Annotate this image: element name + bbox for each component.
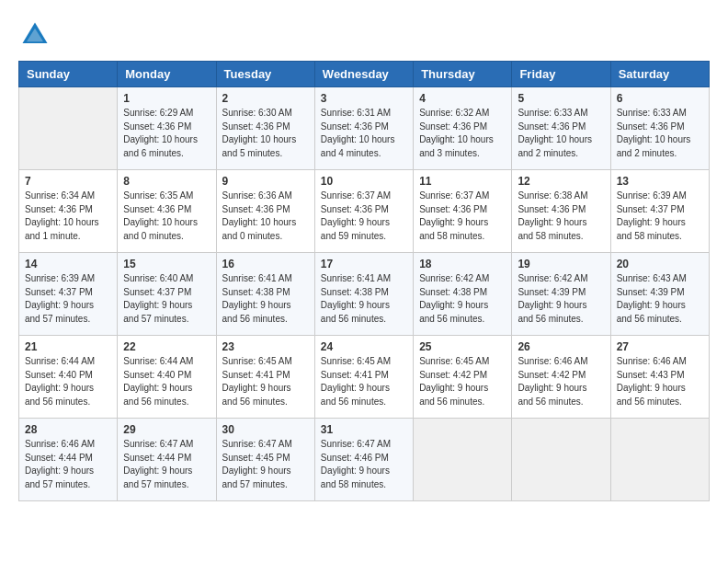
day-detail: Sunrise: 6:40 AM Sunset: 4:37 PM Dayligh… <box>123 272 210 326</box>
header-friday: Friday <box>512 62 610 87</box>
day-detail: Sunrise: 6:42 AM Sunset: 4:39 PM Dayligh… <box>518 272 604 326</box>
calendar-cell: 26Sunrise: 6:46 AM Sunset: 4:42 PM Dayli… <box>512 336 610 419</box>
day-number: 4 <box>419 92 506 105</box>
header-saturday: Saturday <box>610 62 709 87</box>
day-number: 31 <box>321 423 407 436</box>
day-number: 20 <box>617 258 703 270</box>
day-number: 5 <box>518 92 604 105</box>
day-detail: Sunrise: 6:47 AM Sunset: 4:45 PM Dayligh… <box>222 438 309 491</box>
day-number: 24 <box>321 340 407 353</box>
calendar-cell: 10Sunrise: 6:37 AM Sunset: 4:36 PM Dayli… <box>314 170 413 253</box>
calendar-cell: 5Sunrise: 6:33 AM Sunset: 4:36 PM Daylig… <box>512 87 610 170</box>
day-detail: Sunrise: 6:47 AM Sunset: 4:46 PM Dayligh… <box>321 438 407 491</box>
calendar-cell: 18Sunrise: 6:42 AM Sunset: 4:38 PM Dayli… <box>414 253 512 336</box>
day-number: 25 <box>419 340 506 353</box>
calendar-cell <box>512 419 610 501</box>
day-number: 7 <box>25 175 111 188</box>
day-number: 16 <box>222 258 309 270</box>
day-number: 14 <box>25 258 111 270</box>
day-number: 30 <box>222 423 309 436</box>
day-number: 17 <box>321 258 407 270</box>
header-wednesday: Wednesday <box>314 62 413 87</box>
day-detail: Sunrise: 6:45 AM Sunset: 4:41 PM Dayligh… <box>321 355 407 408</box>
calendar-cell: 28Sunrise: 6:46 AM Sunset: 4:44 PM Dayli… <box>19 419 118 501</box>
day-detail: Sunrise: 6:34 AM Sunset: 4:36 PM Dayligh… <box>25 190 111 243</box>
calendar-week-row: 7Sunrise: 6:34 AM Sunset: 4:36 PM Daylig… <box>19 170 710 253</box>
day-detail: Sunrise: 6:39 AM Sunset: 4:37 PM Dayligh… <box>25 272 111 326</box>
day-detail: Sunrise: 6:29 AM Sunset: 4:36 PM Dayligh… <box>123 107 210 160</box>
calendar-cell: 19Sunrise: 6:42 AM Sunset: 4:39 PM Dayli… <box>512 253 610 336</box>
day-number: 26 <box>518 340 604 353</box>
calendar-week-row: 28Sunrise: 6:46 AM Sunset: 4:44 PM Dayli… <box>19 419 710 501</box>
day-number: 28 <box>25 423 111 436</box>
header-tuesday: Tuesday <box>216 62 314 87</box>
day-number: 22 <box>123 340 210 353</box>
calendar-cell: 16Sunrise: 6:41 AM Sunset: 4:38 PM Dayli… <box>216 253 314 336</box>
calendar-header-row: SundayMondayTuesdayWednesdayThursdayFrid… <box>19 62 710 87</box>
calendar-cell: 27Sunrise: 6:46 AM Sunset: 4:43 PM Dayli… <box>610 336 709 419</box>
calendar-cell: 8Sunrise: 6:35 AM Sunset: 4:36 PM Daylig… <box>118 170 216 253</box>
day-detail: Sunrise: 6:45 AM Sunset: 4:42 PM Dayligh… <box>419 355 506 408</box>
day-detail: Sunrise: 6:32 AM Sunset: 4:36 PM Dayligh… <box>419 107 506 160</box>
calendar-cell: 2Sunrise: 6:30 AM Sunset: 4:36 PM Daylig… <box>216 87 314 170</box>
day-number: 11 <box>419 175 506 188</box>
calendar-cell: 30Sunrise: 6:47 AM Sunset: 4:45 PM Dayli… <box>216 419 314 501</box>
calendar-cell: 13Sunrise: 6:39 AM Sunset: 4:37 PM Dayli… <box>610 170 709 253</box>
day-detail: Sunrise: 6:33 AM Sunset: 4:36 PM Dayligh… <box>518 107 604 160</box>
day-detail: Sunrise: 6:47 AM Sunset: 4:44 PM Dayligh… <box>123 438 210 491</box>
calendar-cell: 3Sunrise: 6:31 AM Sunset: 4:36 PM Daylig… <box>314 87 413 170</box>
day-detail: Sunrise: 6:35 AM Sunset: 4:36 PM Dayligh… <box>123 190 210 243</box>
day-detail: Sunrise: 6:41 AM Sunset: 4:38 PM Dayligh… <box>321 272 407 326</box>
calendar-cell: 1Sunrise: 6:29 AM Sunset: 4:36 PM Daylig… <box>118 87 216 170</box>
day-number: 6 <box>617 92 703 105</box>
day-number: 10 <box>321 175 407 188</box>
header-sunday: Sunday <box>19 62 118 87</box>
logo <box>18 18 57 52</box>
day-detail: Sunrise: 6:37 AM Sunset: 4:36 PM Dayligh… <box>419 190 506 243</box>
day-detail: Sunrise: 6:37 AM Sunset: 4:36 PM Dayligh… <box>321 190 407 243</box>
calendar-week-row: 1Sunrise: 6:29 AM Sunset: 4:36 PM Daylig… <box>19 87 710 170</box>
header-monday: Monday <box>118 62 216 87</box>
day-number: 13 <box>617 175 703 188</box>
day-number: 8 <box>123 175 210 188</box>
day-number: 27 <box>617 340 703 353</box>
day-detail: Sunrise: 6:31 AM Sunset: 4:36 PM Dayligh… <box>321 107 407 160</box>
day-number: 21 <box>25 340 111 353</box>
day-number: 2 <box>222 92 309 105</box>
calendar-cell: 12Sunrise: 6:38 AM Sunset: 4:36 PM Dayli… <box>512 170 610 253</box>
day-number: 12 <box>518 175 604 188</box>
day-detail: Sunrise: 6:43 AM Sunset: 4:39 PM Dayligh… <box>617 272 703 326</box>
calendar-cell: 7Sunrise: 6:34 AM Sunset: 4:36 PM Daylig… <box>19 170 118 253</box>
calendar-cell <box>610 419 709 501</box>
calendar-cell: 29Sunrise: 6:47 AM Sunset: 4:44 PM Dayli… <box>118 419 216 501</box>
day-detail: Sunrise: 6:30 AM Sunset: 4:36 PM Dayligh… <box>222 107 309 160</box>
calendar-cell: 22Sunrise: 6:44 AM Sunset: 4:40 PM Dayli… <box>118 336 216 419</box>
day-detail: Sunrise: 6:46 AM Sunset: 4:43 PM Dayligh… <box>617 355 703 408</box>
page-header <box>18 18 710 52</box>
calendar-week-row: 21Sunrise: 6:44 AM Sunset: 4:40 PM Dayli… <box>19 336 710 419</box>
calendar-cell: 9Sunrise: 6:36 AM Sunset: 4:36 PM Daylig… <box>216 170 314 253</box>
day-detail: Sunrise: 6:36 AM Sunset: 4:36 PM Dayligh… <box>222 190 309 243</box>
calendar-cell: 25Sunrise: 6:45 AM Sunset: 4:42 PM Dayli… <box>414 336 512 419</box>
day-number: 18 <box>419 258 506 270</box>
day-number: 1 <box>123 92 210 105</box>
day-number: 3 <box>321 92 407 105</box>
day-number: 15 <box>123 258 210 270</box>
day-detail: Sunrise: 6:38 AM Sunset: 4:36 PM Dayligh… <box>518 190 604 243</box>
calendar-cell: 20Sunrise: 6:43 AM Sunset: 4:39 PM Dayli… <box>610 253 709 336</box>
day-number: 23 <box>222 340 309 353</box>
calendar-cell: 17Sunrise: 6:41 AM Sunset: 4:38 PM Dayli… <box>314 253 413 336</box>
day-number: 9 <box>222 175 309 188</box>
day-detail: Sunrise: 6:45 AM Sunset: 4:41 PM Dayligh… <box>222 355 309 408</box>
day-detail: Sunrise: 6:46 AM Sunset: 4:42 PM Dayligh… <box>518 355 604 408</box>
calendar-cell: 21Sunrise: 6:44 AM Sunset: 4:40 PM Dayli… <box>19 336 118 419</box>
day-number: 29 <box>123 423 210 436</box>
calendar-cell: 24Sunrise: 6:45 AM Sunset: 4:41 PM Dayli… <box>314 336 413 419</box>
day-detail: Sunrise: 6:41 AM Sunset: 4:38 PM Dayligh… <box>222 272 309 326</box>
calendar-cell <box>19 87 118 170</box>
calendar-cell: 4Sunrise: 6:32 AM Sunset: 4:36 PM Daylig… <box>414 87 512 170</box>
calendar-cell: 6Sunrise: 6:33 AM Sunset: 4:36 PM Daylig… <box>610 87 709 170</box>
calendar-week-row: 14Sunrise: 6:39 AM Sunset: 4:37 PM Dayli… <box>19 253 710 336</box>
calendar-cell <box>414 419 512 501</box>
day-detail: Sunrise: 6:33 AM Sunset: 4:36 PM Dayligh… <box>617 107 703 160</box>
